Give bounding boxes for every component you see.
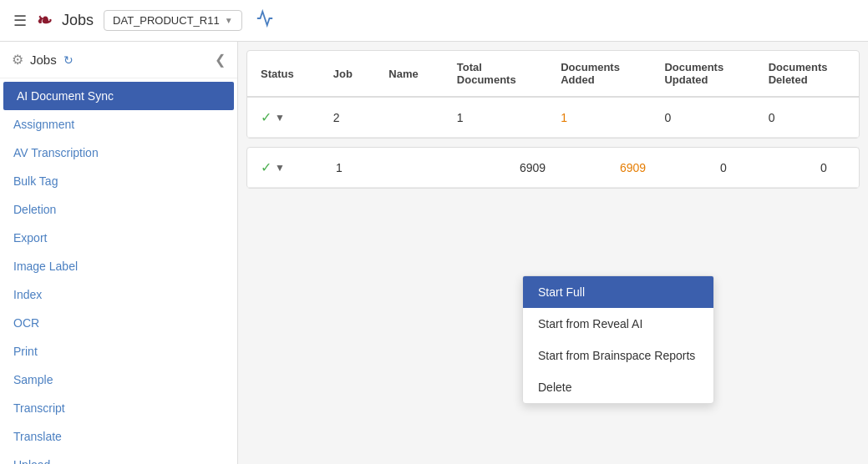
gear-icon[interactable]: ⚙ <box>12 52 23 68</box>
row-name <box>373 148 506 188</box>
row-total-docs: 6909 <box>506 148 607 188</box>
dropdown-item-start-full[interactable]: Start Full <box>523 276 713 308</box>
jobs-table-section-1: Status Job Name TotalDocuments Documents… <box>246 50 860 139</box>
chart-icon[interactable] <box>256 9 274 32</box>
sidebar-nav: AI Document Sync Assignment AV Transcrip… <box>0 78 237 464</box>
check-icon: ✓ <box>261 109 272 125</box>
sidebar-item-label: Deletion <box>13 203 56 216</box>
content-area: Status Job Name TotalDocuments Documents… <box>238 42 868 464</box>
sidebar-item-label: AV Transcription <box>13 146 99 159</box>
sidebar-item-label: Assignment <box>13 118 74 131</box>
main-layout: ⚙ Jobs ↻ ❮ AI Document Sync Assignment A… <box>0 42 868 464</box>
hamburger-icon[interactable]: ☰ <box>13 12 27 30</box>
status-dropdown-arrow[interactable]: ▼ <box>275 162 285 174</box>
sidebar-item-label: Print <box>13 345 38 358</box>
col-job: Job <box>320 51 376 97</box>
sidebar-header-left: ⚙ Jobs ↻ <box>12 52 74 68</box>
row-job: 2 <box>320 97 376 138</box>
top-nav: ☰ ❧ Jobs DAT_PRODUCT_R11 ▼ <box>0 0 868 42</box>
sidebar-item-upload[interactable]: Upload <box>0 451 237 464</box>
sidebar-title: Jobs <box>30 53 57 67</box>
col-status: Status <box>247 51 320 97</box>
sidebar-item-label: Export <box>13 231 47 245</box>
dropdown-item-start-from-brainspace[interactable]: Start from Brainspace Reports <box>523 340 713 371</box>
app-title: Jobs <box>62 12 94 29</box>
row-docs-updated: 0 <box>707 148 807 188</box>
sidebar-item-label: Index <box>13 288 42 301</box>
sidebar-item-ai-document-sync[interactable]: AI Document Sync <box>3 82 234 110</box>
jobs-table: Status Job Name TotalDocuments Documents… <box>247 51 859 138</box>
sidebar-item-index[interactable]: Index <box>0 280 237 309</box>
sidebar-item-label: Translate <box>13 430 62 443</box>
sidebar-item-label: OCR <box>13 316 39 330</box>
col-name: Name <box>375 51 444 97</box>
project-selector[interactable]: DAT_PRODUCT_R11 ▼ <box>104 10 242 31</box>
sidebar-item-label: Upload <box>13 458 50 464</box>
sidebar-item-export[interactable]: Export <box>0 224 237 252</box>
table-row: ✓ ▼ 1 6909 6909 0 0 <box>247 148 859 188</box>
collapse-sidebar-icon[interactable]: ❮ <box>215 52 226 68</box>
status-dropdown-arrow[interactable]: ▼ <box>275 112 285 124</box>
col-documents-updated: DocumentsUpdated <box>651 51 754 97</box>
row-total-docs: 1 <box>444 97 547 138</box>
row-docs-added: 1 <box>547 97 651 138</box>
refresh-icon[interactable]: ↻ <box>63 53 74 67</box>
sidebar-item-label: AI Document Sync <box>17 89 114 103</box>
dropdown-item-delete[interactable]: Delete <box>523 371 713 403</box>
check-icon: ✓ <box>261 159 272 175</box>
row-job: 1 <box>322 148 373 188</box>
col-documents-added: DocumentsAdded <box>547 51 651 97</box>
row-docs-added: 6909 <box>607 148 707 188</box>
sidebar-item-bulk-tag[interactable]: Bulk Tag <box>0 167 237 195</box>
sidebar-item-sample[interactable]: Sample <box>0 366 237 394</box>
sidebar-item-label: Transcript <box>13 401 65 415</box>
context-dropdown-menu: Start Full Start from Reveal AI Start fr… <box>522 275 714 404</box>
chevron-down-icon: ▼ <box>225 16 233 25</box>
app-logo: ❧ <box>37 10 52 32</box>
row-name <box>375 97 444 138</box>
col-total-documents: TotalDocuments <box>444 51 547 97</box>
table-row: ✓ ▼ 2 1 1 0 0 <box>247 97 859 138</box>
sidebar-item-ocr[interactable]: OCR <box>0 309 237 337</box>
sidebar-item-deletion[interactable]: Deletion <box>0 195 237 224</box>
row-status: ✓ ▼ <box>247 148 322 188</box>
sidebar-item-label: Sample <box>13 373 53 386</box>
row-docs-deleted: 0 <box>807 148 859 188</box>
row-docs-updated: 0 <box>651 97 754 138</box>
row-status: ✓ ▼ <box>247 97 320 138</box>
sidebar-item-label: Bulk Tag <box>13 174 58 188</box>
jobs-table-section-2: ✓ ▼ 1 6909 6909 0 0 <box>246 147 860 189</box>
sidebar-item-transcript[interactable]: Transcript <box>0 394 237 422</box>
sidebar-header: ⚙ Jobs ↻ ❮ <box>0 42 237 78</box>
col-documents-deleted: DocumentsDeleted <box>755 51 859 97</box>
sidebar-item-print[interactable]: Print <box>0 337 237 366</box>
dropdown-item-start-from-reveal-ai[interactable]: Start from Reveal AI <box>523 308 713 340</box>
sidebar-item-assignment[interactable]: Assignment <box>0 110 237 139</box>
sidebar-item-label: Image Label <box>13 260 78 273</box>
project-name: DAT_PRODUCT_R11 <box>113 14 220 27</box>
sidebar-item-translate[interactable]: Translate <box>0 422 237 451</box>
jobs-table-2: ✓ ▼ 1 6909 6909 0 0 <box>247 148 859 188</box>
sidebar: ⚙ Jobs ↻ ❮ AI Document Sync Assignment A… <box>0 42 238 464</box>
row-docs-deleted: 0 <box>755 97 859 138</box>
sidebar-item-image-label[interactable]: Image Label <box>0 252 237 280</box>
sidebar-item-av-transcription[interactable]: AV Transcription <box>0 139 237 167</box>
